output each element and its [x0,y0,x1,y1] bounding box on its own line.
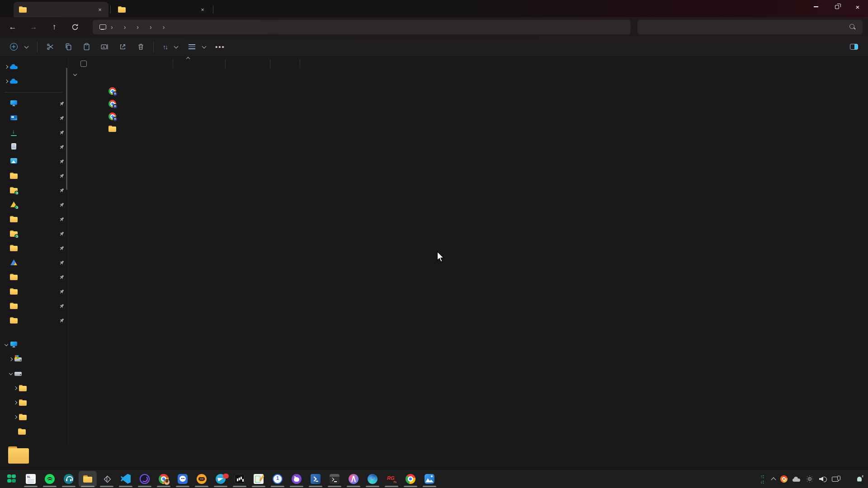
column-divider[interactable] [225,59,226,68]
file-row-tray-mention-svg[interactable] [68,98,385,110]
rename-button[interactable]: A [95,39,113,55]
sidebar-item-onedrive[interactable] [0,74,68,89]
details-pane-button[interactable] [850,44,862,50]
sidebar-item-downloads[interactable] [0,125,68,140]
forward-button[interactable]: → [25,20,42,34]
taskbar-app-cube[interactable] [98,471,116,487]
see-more-button[interactable]: ••• [211,39,229,55]
sidebar-item-images[interactable] [0,284,68,299]
close-button[interactable]: × [847,0,868,14]
taskbar-app-chrome[interactable] [401,471,420,487]
taskbar-app-spotify[interactable] [41,471,59,487]
file-row-tray-svg[interactable] [68,85,385,98]
up-button[interactable]: ↑ [46,20,62,34]
taskbar-app-powershell[interactable] [307,471,325,487]
taskbar-app-notepad[interactable] [22,471,40,487]
breadcrumb-desktop-590[interactable] [127,25,135,29]
chevron-down-icon[interactable] [73,72,77,76]
tab-downloads[interactable]: × [14,2,108,17]
search-icon[interactable] [849,23,856,31]
onedrive-tray-icon[interactable] [793,476,801,482]
sidebar-item-documents[interactable] [0,140,68,154]
chevron-right-icon[interactable] [14,415,17,419]
back-button[interactable]: ← [5,20,21,34]
sidebar-tree-a[interactable] [0,395,68,410]
taskbar-app-headphones[interactable] [60,471,78,487]
close-tab-icon[interactable]: × [198,5,207,14]
notification-bell-icon[interactable] [855,475,863,483]
sidebar-tree-trash-1000[interactable] [0,381,68,395]
taskbar-app-arc[interactable] [344,471,363,487]
sidebar-item-temp[interactable] [0,169,68,183]
taskbar-app-equalizer[interactable] [231,471,249,487]
chrome-canary-tray-icon[interactable] [780,475,788,483]
select-all-checkbox[interactable] [80,61,87,67]
taskbar-app-file-explorer[interactable] [79,471,97,487]
cut-button[interactable] [41,39,59,55]
chevron-right-icon[interactable] [5,65,8,69]
column-divider[interactable] [173,59,173,68]
cast-screen-icon[interactable] [832,475,840,483]
chevron-right-icon[interactable] [14,386,17,390]
sidebar-tree-this-pc[interactable] [0,338,68,352]
taskbar-app-github[interactable] [288,471,306,487]
sidebar-item-git[interactable] [0,241,68,255]
paste-button[interactable] [77,39,95,55]
taskbar-app-telegram[interactable] [212,471,230,487]
sidebar-tree-database[interactable] [0,424,68,439]
sort-button[interactable]: ↑↓ [157,39,183,55]
sidebar-item-pictures[interactable] [0,154,68,169]
taskbar-app-vscode[interactable] [117,471,135,487]
taskbar-app-photos[interactable] [420,471,439,487]
sidebar-tree-data-d[interactable] [0,366,68,381]
taskbar-app-loop[interactable] [136,471,154,487]
brightness-icon[interactable] [806,475,814,483]
tab-mattermost[interactable]: × [113,2,211,17]
network-speed-widget[interactable]: ↑: ↓: [760,474,766,484]
sidebar-item-me[interactable] [0,226,68,241]
copy-button[interactable] [59,39,77,55]
breadcrumb-downloads[interactable] [115,25,122,29]
chevron-down-icon[interactable] [9,371,13,375]
sidebar-tree-os-c[interactable] [0,352,68,366]
taskbar-app-discord[interactable] [193,471,211,487]
breadcrumb-resources[interactable] [141,25,148,29]
taskbar-app-one-password[interactable] [269,471,287,487]
column-divider[interactable] [270,59,270,68]
search-box[interactable] [637,20,863,34]
sidebar-item-documents-synced[interactable] [0,197,68,212]
sidebar-item-2024-11[interactable] [0,313,68,328]
file-row-gpo[interactable] [68,123,385,136]
sidebar-item-bhautik-onedrive[interactable] [0,60,68,74]
sidebar-item-desktop[interactable] [0,111,68,125]
column-divider[interactable] [300,59,300,68]
start-button[interactable] [3,471,21,487]
chevron-right-icon[interactable] [9,357,13,361]
chevron-down-icon[interactable] [5,342,8,346]
delete-button[interactable] [132,39,150,55]
sidebar-scrollbar[interactable] [66,68,67,190]
volume-icon[interactable] [819,475,827,483]
sidebar-item-msi-gpo[interactable] [0,299,68,313]
file-row-tray-unread-svg[interactable] [68,110,385,123]
view-button[interactable] [183,39,211,55]
taskbar-app-rg[interactable] [382,471,401,487]
restore-button[interactable] [826,0,847,14]
sidebar-item-this-pc-pinned[interactable] [0,96,68,111]
address-bar[interactable] [93,20,631,34]
taskbar-app-terminal[interactable] [326,471,344,487]
breadcrumb-windows[interactable] [154,25,161,29]
taskbar-app-mask[interactable] [174,471,192,487]
sidebar-item-github[interactable] [0,212,68,226]
chevron-right-icon[interactable] [14,401,17,404]
taskbar-app-chrome-profile[interactable] [155,471,173,487]
sidebar-item-public[interactable] [0,270,68,284]
sidebar-item-media[interactable] [0,183,68,197]
share-button[interactable] [113,39,132,55]
taskbar-app-text-editor[interactable] [250,471,268,487]
refresh-button[interactable] [67,20,83,34]
chevron-right-icon[interactable] [5,80,8,83]
hidden-icons-chevron[interactable] [771,477,776,482]
minimize-button[interactable] [806,0,826,14]
new-tab-button[interactable] [215,2,226,17]
